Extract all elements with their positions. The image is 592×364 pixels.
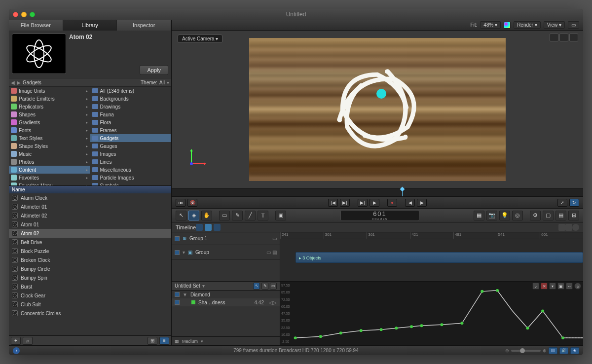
- prev-frame-button[interactable]: |◀: [328, 199, 338, 207]
- folder-item[interactable]: Symbols: [90, 182, 171, 185]
- bezier-tool[interactable]: ✎: [232, 211, 243, 220]
- frame-counter[interactable]: 601 FRAMES: [340, 210, 419, 221]
- tab-file-browser[interactable]: File Browser: [9, 20, 63, 31]
- play-button[interactable]: ▶: [370, 199, 379, 207]
- layer-group1[interactable]: ≋ Group 1 ▭: [172, 232, 280, 245]
- keyframe-nav[interactable]: ◁▷: [269, 300, 277, 305]
- kf-param-diamond[interactable]: ▼ Diamond: [172, 291, 280, 298]
- asset-item[interactable]: ◯Alarm Clock: [9, 193, 171, 202]
- layer-enable-checkbox[interactable]: [175, 236, 180, 241]
- generic-tool-button[interactable]: ◎: [512, 211, 523, 220]
- color-channel-button[interactable]: [504, 22, 511, 29]
- expand-button[interactable]: ⤢: [557, 199, 567, 207]
- info-button[interactable]: i: [13, 347, 20, 354]
- playhead-indicator[interactable]: [402, 189, 403, 196]
- zoom-window-button[interactable]: [30, 12, 35, 17]
- asset-item[interactable]: ◯Block Puzzle: [9, 247, 171, 255]
- folder-column[interactable]: All (1349 items)BackgroundsDrawingsFauna…: [90, 87, 172, 185]
- render-dropdown[interactable]: Render ▾: [514, 21, 541, 29]
- layout-button[interactable]: ▭: [568, 21, 579, 29]
- new-button[interactable]: ▢: [543, 211, 554, 220]
- dolly-view-button[interactable]: [569, 34, 578, 41]
- zoom-slider[interactable]: [511, 350, 541, 352]
- asset-list[interactable]: ◯Alarm Clock◯Altimeter 01◯Altimeter 02◯A…: [9, 193, 171, 335]
- camera-button[interactable]: 📷: [486, 211, 497, 220]
- category-item[interactable]: Text Styles▸: [9, 134, 90, 142]
- keyframe-pane-button[interactable]: ◈: [570, 347, 579, 354]
- text-tool[interactable]: T: [258, 211, 268, 220]
- category-item[interactable]: Favorites▸: [9, 174, 90, 182]
- folder-item[interactable]: Flora: [90, 118, 171, 126]
- apply-button[interactable]: Apply: [140, 65, 168, 75]
- param-value[interactable]: 4.42: [255, 300, 264, 305]
- timeline-ruler[interactable]: 241301361421481541601: [280, 232, 583, 239]
- theme-dropdown[interactable]: All: [159, 80, 165, 85]
- audio-pane-button[interactable]: 🔊: [559, 347, 568, 354]
- category-item[interactable]: Content▸: [9, 166, 90, 174]
- folder-item[interactable]: Lines: [90, 158, 171, 166]
- pan-view-button[interactable]: [550, 34, 558, 41]
- mini-timeline[interactable]: [172, 188, 583, 196]
- category-item[interactable]: Fonts▸: [9, 126, 90, 134]
- snapshot-icon[interactable]: ▦: [175, 339, 179, 344]
- keyframe-graph[interactable]: 97.5085.0072.5060.0047.5035.0022.5010.00…: [280, 282, 583, 345]
- timeline-track-area[interactable]: 241301361421481541601 ▸ 3 Objects: [280, 232, 583, 281]
- folder-item[interactable]: Gauges: [90, 142, 171, 150]
- kf-box-tool[interactable]: ▭: [270, 283, 277, 290]
- kf-pointer-tool[interactable]: ↖: [253, 283, 260, 290]
- folder-item[interactable]: Backgrounds: [90, 95, 171, 103]
- goto-start-button[interactable]: ⏮: [176, 199, 185, 207]
- category-item[interactable]: Particle Emitters▸: [9, 95, 90, 103]
- category-item[interactable]: Image Units▸: [9, 87, 90, 95]
- atom-object[interactable]: [323, 55, 432, 164]
- mute-button[interactable]: 🔇: [187, 199, 197, 207]
- asset-item[interactable]: ◯Burst: [9, 282, 171, 291]
- kf-camera-button[interactable]: ▣: [557, 283, 564, 290]
- timeline-snap-button[interactable]: [558, 224, 565, 231]
- list-view-button[interactable]: ≡: [159, 337, 169, 345]
- light-button[interactable]: 💡: [499, 211, 510, 220]
- settings-button[interactable]: ⚙: [530, 211, 541, 220]
- timeline-view-1[interactable]: [196, 224, 203, 231]
- timeline-tracks[interactable]: ▸ 3 Objects: [280, 239, 583, 281]
- tab-inspector[interactable]: Inspector: [117, 20, 171, 31]
- category-item[interactable]: Photos▸: [9, 158, 90, 166]
- timeline-view-2[interactable]: [205, 224, 212, 231]
- kf-clear-button[interactable]: ✕: [541, 283, 548, 290]
- size-dropdown[interactable]: Medium: [182, 339, 198, 344]
- track-clip[interactable]: ▸ 3 Objects: [296, 252, 583, 263]
- asset-item[interactable]: ◯Clock Gear: [9, 291, 171, 300]
- project-pane-button[interactable]: ▤: [549, 347, 557, 354]
- close-window-button[interactable]: [13, 12, 18, 17]
- category-item[interactable]: Shape Styles▸: [9, 142, 90, 150]
- orbit-view-button[interactable]: [559, 34, 568, 41]
- kf-snap-button[interactable]: ▾: [549, 283, 556, 290]
- kf-fit-button[interactable]: ↔: [566, 283, 573, 290]
- param-enable-checkbox[interactable]: [175, 292, 180, 297]
- folder-item[interactable]: Gadgets: [90, 134, 171, 142]
- folder-item[interactable]: Miscellaneous: [90, 166, 171, 174]
- kf-search-button[interactable]: ⌕: [574, 283, 581, 290]
- folder-item[interactable]: Fauna: [90, 110, 171, 118]
- hud-button[interactable]: ▦: [474, 211, 484, 220]
- play-from-start-button[interactable]: ▶|: [358, 199, 368, 207]
- prev-keyframe-button[interactable]: ◀: [405, 199, 415, 207]
- back-button[interactable]: ◀: [11, 80, 15, 85]
- pan-tool[interactable]: ✋: [201, 211, 212, 220]
- behaviors-button[interactable]: ⊞: [568, 211, 579, 220]
- asset-item[interactable]: ◯Altimeter 01: [9, 202, 171, 211]
- loop-button[interactable]: ↻: [569, 199, 579, 207]
- param-enable-checkbox[interactable]: [175, 300, 180, 305]
- folder-item[interactable]: Drawings: [90, 103, 171, 110]
- breadcrumb-path[interactable]: Gadgets: [23, 80, 41, 85]
- zoom-out-icon[interactable]: ⊖: [505, 348, 509, 353]
- category-item[interactable]: Music▸: [9, 150, 90, 158]
- fit-dropdown[interactable]: 48% ▾: [480, 21, 501, 29]
- rectangle-tool[interactable]: ▭: [219, 211, 230, 220]
- folder-item[interactable]: All (1349 items): [90, 87, 171, 95]
- folder-item[interactable]: Particle Images: [90, 174, 171, 182]
- record-button[interactable]: ●: [387, 199, 397, 207]
- zoom-in-icon[interactable]: ⊕: [543, 348, 547, 353]
- select-tool[interactable]: ↖: [176, 211, 186, 220]
- keyframe-set-name[interactable]: Untitled Set: [175, 283, 200, 289]
